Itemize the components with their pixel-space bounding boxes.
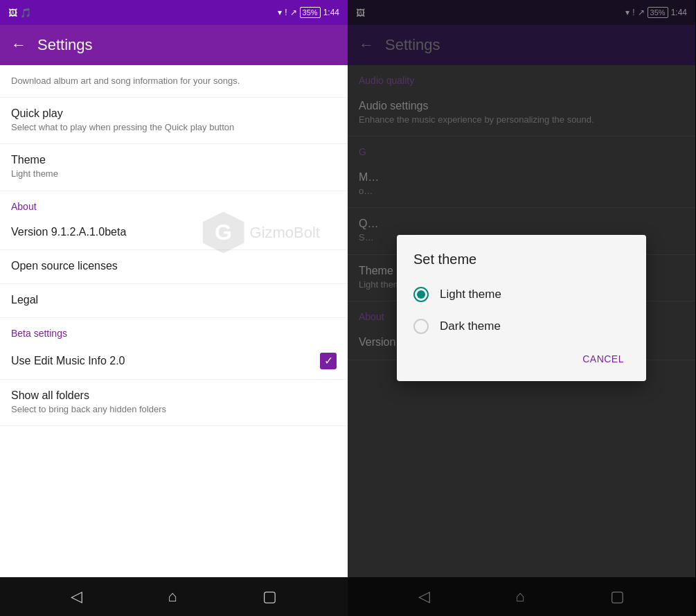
light-theme-radio-inner: [417, 290, 425, 299]
theme-item[interactable]: Theme Light theme: [0, 144, 348, 191]
dialog-actions: CANCEL: [397, 342, 646, 376]
edit-music-info-checkbox[interactable]: ✓: [320, 353, 337, 369]
time-display: 1:44: [323, 8, 339, 17]
battery-indicator: 35%: [300, 7, 321, 18]
right-panel: 🖼 ▾ ! ↗ 35% 1:44 ← Settings Audio qualit…: [348, 0, 695, 616]
dialog-overlay[interactable]: Set theme Light theme Dark theme CANCEL: [348, 65, 695, 577]
open-source-title: Open source licenses: [11, 260, 337, 272]
wifi-icon: ▾: [278, 8, 282, 17]
quick-play-subtitle: Select what to play when pressing the Qu…: [11, 121, 337, 134]
show-folders-title: Show all folders: [11, 389, 337, 402]
cancel-button[interactable]: CANCEL: [571, 348, 635, 370]
beta-section-header: Beta settings: [0, 318, 348, 343]
dialog-title: Set theme: [397, 252, 646, 279]
signal-icon: !: [285, 8, 287, 17]
light-theme-radio[interactable]: [413, 287, 429, 302]
dark-theme-label: Dark theme: [440, 319, 501, 333]
dark-theme-radio[interactable]: [413, 319, 429, 334]
quick-play-item[interactable]: Quick play Select what to play when pres…: [0, 98, 348, 144]
version-title: Version 9.1.2.A.1.0beta: [11, 226, 337, 238]
light-theme-option[interactable]: Light theme: [397, 279, 646, 310]
left-status-left: 🖼 🎵: [8, 8, 31, 18]
nav-recents-button[interactable]: ▢: [262, 588, 277, 606]
light-theme-label: Light theme: [440, 288, 501, 301]
left-status-bar: 🖼 🎵 ▾ ! ↗ 35% 1:44: [0, 0, 348, 25]
gallery-icon: 🖼: [8, 8, 17, 18]
edit-music-info-item[interactable]: Use Edit Music Info 2.0 ✓: [0, 343, 348, 380]
theme-subtitle: Light theme: [11, 168, 337, 180]
theme-title: Theme: [11, 154, 337, 166]
open-source-item[interactable]: Open source licenses: [0, 250, 348, 284]
left-toolbar: ← Settings: [0, 25, 348, 65]
left-status-right: ▾ ! ↗ 35% 1:44: [278, 7, 339, 18]
show-folders-item[interactable]: Show all folders Select to bring back an…: [0, 380, 348, 426]
set-theme-dialog: Set theme Light theme Dark theme CANCEL: [397, 235, 646, 381]
left-settings-list: Download album art and song information …: [0, 65, 348, 577]
dark-theme-option[interactable]: Dark theme: [397, 310, 646, 342]
about-section-header: About: [0, 191, 348, 216]
nav-back-button[interactable]: ◁: [71, 588, 82, 606]
version-item[interactable]: Version 9.1.2.A.1.0beta G GizmoBolt: [0, 216, 348, 250]
network-icon: ↗: [290, 8, 297, 17]
download-info-item[interactable]: Download album art and song information …: [0, 65, 348, 98]
show-folders-subtitle: Select to bring back any hidden folders: [11, 403, 337, 416]
edit-music-info-title: Use Edit Music Info 2.0: [11, 355, 125, 367]
nav-home-button[interactable]: ⌂: [168, 588, 177, 606]
right-settings-list: Audio quality Audio settings Enhance the…: [348, 65, 695, 577]
back-button[interactable]: ←: [11, 36, 26, 54]
legal-item[interactable]: Legal: [0, 284, 348, 318]
left-nav-bar: ◁ ⌂ ▢: [0, 577, 348, 616]
toolbar-title: Settings: [37, 36, 93, 54]
left-panel: 🖼 🎵 ▾ ! ↗ 35% 1:44 ← Settings Download a…: [0, 0, 348, 616]
app-icon: 🎵: [20, 8, 31, 18]
quick-play-title: Quick play: [11, 107, 337, 120]
legal-title: Legal: [11, 294, 337, 306]
download-info-text: Download album art and song information …: [11, 75, 337, 87]
